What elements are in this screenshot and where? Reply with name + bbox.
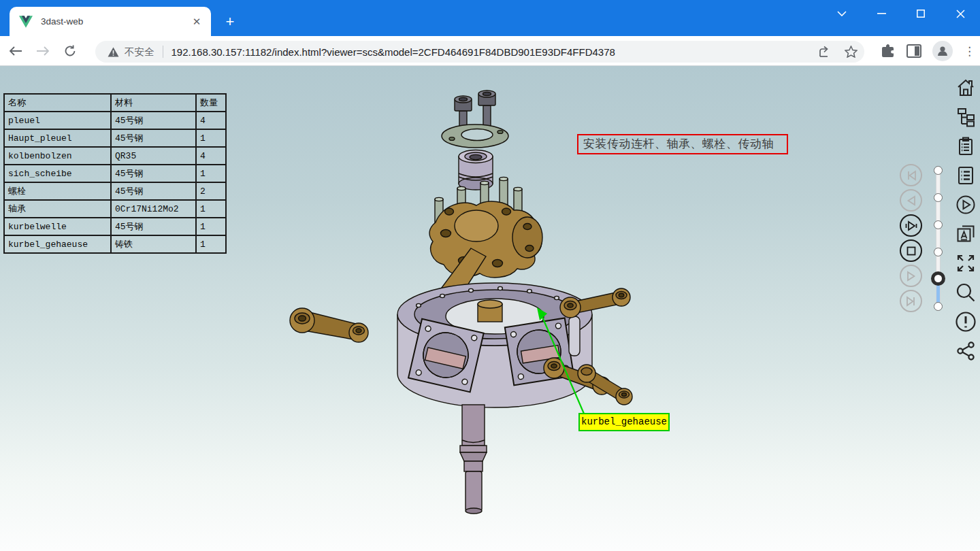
bom-cell-name: sich_scheibe bbox=[4, 165, 111, 182]
fit-screen-icon[interactable] bbox=[953, 252, 978, 274]
playback-controls bbox=[900, 164, 924, 312]
bom-header-row: 名称 材料 数量 bbox=[4, 94, 226, 112]
bom-cell-qty: 1 bbox=[196, 129, 226, 147]
bom-cell-material: 45号钢 bbox=[111, 182, 196, 200]
step-slider[interactable] bbox=[930, 168, 946, 311]
slider-stop-2[interactable] bbox=[934, 193, 943, 202]
share-icon[interactable] bbox=[819, 46, 832, 58]
bom-row: kurbelwelle45号钢1 bbox=[4, 218, 226, 235]
bom-row: kurbel_gehaeuse铸铁1 bbox=[4, 235, 226, 253]
share-network-icon[interactable] bbox=[953, 340, 978, 362]
bom-table: 名称 材料 数量 pleuel45号钢4 Haupt_pleuel45号钢1 k… bbox=[3, 93, 227, 254]
browser-window: 3dast-web ✕ + bbox=[0, 0, 980, 551]
bom-row: sich_scheibe45号钢1 bbox=[4, 165, 226, 182]
slider-stop-3[interactable] bbox=[934, 220, 943, 229]
bom-cell-material: 45号钢 bbox=[111, 165, 196, 182]
bom-cell-name: kurbelwelle bbox=[4, 218, 111, 235]
bom-row: 轴承0Cr17Ni12Mo21 bbox=[4, 200, 226, 218]
back-button[interactable] bbox=[4, 39, 27, 63]
bom-row: Haupt_pleuel45号钢1 bbox=[4, 129, 226, 147]
slider-stop-4[interactable] bbox=[934, 248, 943, 256]
reload-button[interactable] bbox=[59, 39, 82, 63]
washer bbox=[442, 124, 508, 148]
home-icon[interactable] bbox=[953, 77, 978, 99]
bom-cell-qty: 4 bbox=[196, 112, 226, 129]
play-step-button[interactable] bbox=[900, 214, 922, 237]
clipboard-list-icon[interactable] bbox=[953, 135, 978, 157]
slider-stop-1[interactable] bbox=[934, 166, 943, 175]
skip-to-start-button[interactable] bbox=[900, 164, 922, 186]
bom-cell-material: 45号钢 bbox=[111, 112, 196, 129]
bom-row: kolbenbolzenQR354 bbox=[4, 147, 226, 165]
bom-cell-qty: 2 bbox=[196, 182, 226, 200]
browser-toolbar: 不安全 192.168.30.157:11182/index.html?view… bbox=[0, 36, 980, 66]
tab-close-icon[interactable]: ✕ bbox=[189, 14, 204, 29]
slider-thumb[interactable] bbox=[931, 271, 945, 286]
bom-cell-name: pleuel bbox=[4, 112, 111, 129]
viewer-side-toolbar bbox=[953, 77, 978, 362]
bom-header-material: 材料 bbox=[111, 94, 196, 112]
titlebar: 3dast-web ✕ + bbox=[0, 0, 980, 36]
bom-cell-material: 铸铁 bbox=[111, 235, 196, 253]
tab-title: 3dast-web bbox=[41, 16, 189, 27]
bom-cell-qty: 1 bbox=[196, 218, 226, 235]
play-circle-icon[interactable] bbox=[953, 194, 978, 216]
slider-stop-6[interactable] bbox=[934, 302, 943, 311]
viewer-viewport: 名称 材料 数量 pleuel45号钢4 Haupt_pleuel45号钢1 k… bbox=[0, 66, 980, 551]
part-label-kurbel-gehaeuse[interactable]: kurbel_gehaeuse bbox=[578, 413, 670, 431]
bom-cell-name: 轴承 bbox=[4, 200, 111, 218]
forward-button[interactable] bbox=[31, 39, 54, 63]
bom-cell-name: 螺栓 bbox=[4, 182, 111, 200]
warning-triangle-icon bbox=[108, 47, 119, 57]
close-window-button[interactable] bbox=[941, 0, 980, 27]
step-back-button[interactable] bbox=[900, 189, 922, 212]
bom-cell-qty: 1 bbox=[196, 235, 226, 253]
address-bar[interactable]: 不安全 192.168.30.157:11182/index.html?view… bbox=[95, 41, 864, 63]
step-annotation: 安装传动连杆、轴承、螺栓、传动轴 bbox=[577, 134, 788, 154]
tab-search-chevron-icon[interactable] bbox=[822, 0, 862, 27]
exclamation-icon[interactable] bbox=[953, 311, 978, 333]
security-label: 不安全 bbox=[125, 46, 154, 59]
stop-button[interactable] bbox=[900, 239, 922, 262]
bom-header-name: 名称 bbox=[4, 94, 111, 112]
vue-logo-icon bbox=[19, 16, 33, 28]
minimize-button[interactable] bbox=[862, 0, 901, 27]
bom-row: pleuel45号钢4 bbox=[4, 112, 226, 129]
assembly-tree-icon[interactable] bbox=[953, 106, 978, 128]
bom-cell-qty: 1 bbox=[196, 200, 226, 218]
bom-cell-name: kurbel_gehaeuse bbox=[4, 235, 111, 253]
profile-avatar[interactable] bbox=[932, 41, 953, 61]
bom-cell-material: 45号钢 bbox=[111, 129, 196, 147]
zoom-search-icon[interactable] bbox=[953, 282, 978, 303]
bom-cell-qty: 1 bbox=[196, 165, 226, 182]
bom-cell-name: Haupt_pleuel bbox=[4, 129, 111, 147]
bookmark-star-icon[interactable] bbox=[845, 46, 858, 58]
drive-shaft bbox=[460, 405, 487, 514]
maximize-button[interactable] bbox=[901, 0, 941, 27]
person-icon bbox=[936, 44, 949, 58]
skip-to-end-button[interactable] bbox=[900, 290, 922, 312]
bom-cell-material: 0Cr17Ni12Mo2 bbox=[111, 200, 196, 218]
bom-cell-name: kolbenbolzen bbox=[4, 147, 111, 165]
bom-row: 螺栓45号钢2 bbox=[4, 182, 226, 200]
bom-cell-material: QR35 bbox=[111, 147, 196, 165]
side-panel-icon[interactable] bbox=[906, 44, 921, 58]
bom-cell-material: 45号钢 bbox=[111, 218, 196, 235]
browser-tab[interactable]: 3dast-web ✕ bbox=[10, 7, 211, 36]
new-tab-button[interactable]: + bbox=[220, 12, 240, 31]
spider-flange bbox=[429, 201, 542, 278]
bom-cell-qty: 4 bbox=[196, 147, 226, 165]
security-chip[interactable]: 不安全 bbox=[108, 46, 154, 59]
annotation-a-icon[interactable] bbox=[953, 223, 978, 245]
url-text[interactable]: 192.168.30.157:11182/index.html?viewer=s… bbox=[172, 46, 813, 58]
omnibox-divider bbox=[163, 46, 163, 58]
bom-header-qty: 数量 bbox=[196, 94, 226, 112]
extensions-puzzle-icon[interactable] bbox=[881, 44, 896, 59]
list-icon[interactable] bbox=[953, 165, 978, 186]
menu-kebab-icon[interactable]: ⋮ bbox=[964, 50, 975, 53]
step-forward-button[interactable] bbox=[900, 265, 922, 287]
